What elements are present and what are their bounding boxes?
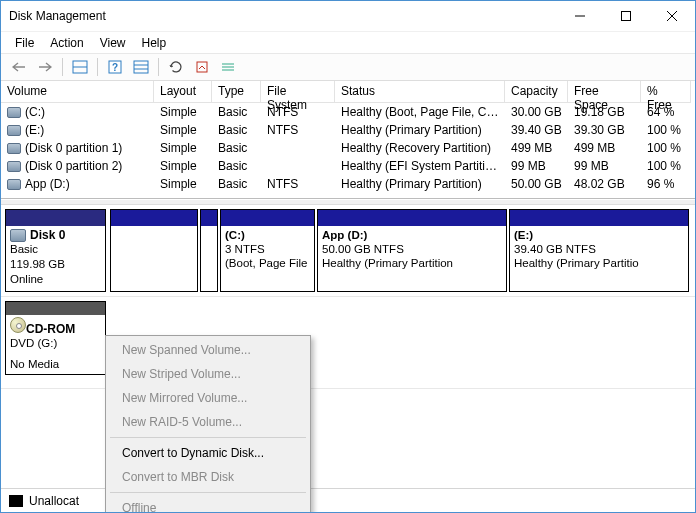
svg-rect-1 xyxy=(622,12,631,21)
volume-icon xyxy=(7,179,21,190)
menu-bar: File Action View Help xyxy=(1,31,695,53)
cdrom-status: No Media xyxy=(10,357,101,372)
ctx-new-striped: New Striped Volume... xyxy=(108,362,308,386)
volume-row[interactable]: (Disk 0 partition 1)SimpleBasicHealthy (… xyxy=(1,139,695,157)
menu-view[interactable]: View xyxy=(92,34,134,52)
volume-list: Volume Layout Type File System Status Ca… xyxy=(1,81,695,199)
menu-action[interactable]: Action xyxy=(42,34,91,52)
disk0-size: 119.98 GB xyxy=(10,257,101,272)
col-layout[interactable]: Layout xyxy=(154,81,212,103)
legend-unallocated-label: Unallocat xyxy=(29,494,79,508)
properties-button[interactable] xyxy=(190,56,214,78)
forward-button[interactable] xyxy=(33,56,57,78)
ctx-new-spanned: New Spanned Volume... xyxy=(108,338,308,362)
window-title: Disk Management xyxy=(9,9,557,23)
partition[interactable] xyxy=(200,209,218,292)
volume-header: Volume Layout Type File System Status Ca… xyxy=(1,81,695,103)
disk0-name: Disk 0 xyxy=(30,228,65,242)
menu-file[interactable]: File xyxy=(7,34,42,52)
disk0-row: Disk 0 Basic 119.98 GB Online (C:)3 NTFS… xyxy=(1,205,695,297)
cdrom-info[interactable]: CD-ROM DVD (G:) No Media xyxy=(5,301,106,375)
col-freespace[interactable]: Free Space xyxy=(568,81,641,103)
disk0-info[interactable]: Disk 0 Basic 119.98 GB Online xyxy=(5,209,106,292)
volume-row[interactable]: (E:)SimpleBasicNTFSHealthy (Primary Part… xyxy=(1,121,695,139)
disk0-status: Online xyxy=(10,272,101,287)
svg-text:?: ? xyxy=(112,62,118,73)
col-type[interactable]: Type xyxy=(212,81,261,103)
minimize-button[interactable] xyxy=(557,1,603,31)
back-button[interactable] xyxy=(7,56,31,78)
maximize-button[interactable] xyxy=(603,1,649,31)
ctx-convert-mbr: Convert to MBR Disk xyxy=(108,465,308,489)
svg-rect-11 xyxy=(197,62,207,72)
svg-rect-8 xyxy=(134,61,148,73)
cdrom-drive: DVD (G:) xyxy=(10,336,101,351)
context-menu: New Spanned Volume... New Striped Volume… xyxy=(105,335,311,512)
ctx-new-raid5: New RAID-5 Volume... xyxy=(108,410,308,434)
svg-line-2 xyxy=(667,11,677,21)
help-button[interactable]: ? xyxy=(103,56,127,78)
settings-button[interactable] xyxy=(216,56,240,78)
ctx-offline: Offline xyxy=(108,496,308,512)
disk0-type: Basic xyxy=(10,242,101,257)
col-status[interactable]: Status xyxy=(335,81,505,103)
toolbar: ? xyxy=(1,53,695,81)
view-split-button[interactable] xyxy=(68,56,92,78)
view-list-button[interactable] xyxy=(129,56,153,78)
volume-icon xyxy=(7,125,21,136)
partition[interactable] xyxy=(110,209,198,292)
close-button[interactable] xyxy=(649,1,695,31)
volume-icon xyxy=(7,161,21,172)
partition[interactable]: App (D:)50.00 GB NTFSHealthy (Primary Pa… xyxy=(317,209,507,292)
disc-icon xyxy=(10,317,26,333)
partition[interactable]: (C:)3 NTFS(Boot, Page File xyxy=(220,209,315,292)
col-filesystem[interactable]: File System xyxy=(261,81,335,103)
partition[interactable]: (E:)39.40 GB NTFSHealthy (Primary Partit… xyxy=(509,209,689,292)
col-pctfree[interactable]: % Free xyxy=(641,81,691,103)
refresh-button[interactable] xyxy=(164,56,188,78)
col-capacity[interactable]: Capacity xyxy=(505,81,568,103)
col-volume[interactable]: Volume xyxy=(1,81,154,103)
title-bar: Disk Management xyxy=(1,1,695,31)
cdrom-name: CD-ROM xyxy=(26,322,75,336)
volume-icon xyxy=(7,107,21,118)
ctx-new-mirrored: New Mirrored Volume... xyxy=(108,386,308,410)
menu-help[interactable]: Help xyxy=(134,34,175,52)
legend-unallocated-swatch xyxy=(9,495,23,507)
svg-line-3 xyxy=(667,11,677,21)
volume-icon xyxy=(7,143,21,154)
volume-row[interactable]: (Disk 0 partition 2)SimpleBasicHealthy (… xyxy=(1,157,695,175)
ctx-convert-dynamic[interactable]: Convert to Dynamic Disk... xyxy=(108,441,308,465)
volume-row[interactable]: (C:)SimpleBasicNTFSHealthy (Boot, Page F… xyxy=(1,103,695,121)
volume-row[interactable]: App (D:)SimpleBasicNTFSHealthy (Primary … xyxy=(1,175,695,193)
disk-icon xyxy=(10,229,26,242)
